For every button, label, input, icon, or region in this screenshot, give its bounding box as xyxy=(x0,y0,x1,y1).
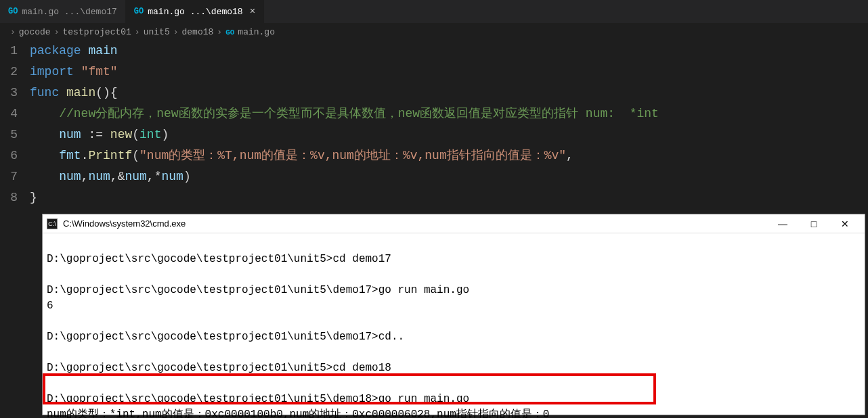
line-number: 5 xyxy=(0,124,18,145)
tab-bar: GOmain.go ...\demo17GOmain.go ...\demo18… xyxy=(0,0,868,24)
code-editor[interactable]: 12345678 package mainimport "fmt"func ma… xyxy=(0,41,868,208)
breadcrumb-item[interactable]: gocode xyxy=(19,27,51,37)
line-number: 1 xyxy=(0,41,18,62)
go-icon: GO xyxy=(134,7,144,16)
go-icon: GO xyxy=(8,7,18,16)
tab-1[interactable]: GOmain.go ...\demo18× xyxy=(126,0,264,23)
chevron-right-icon: › xyxy=(10,27,16,37)
terminal-line: num的类型：*int,num的值是：0xc0000100b0,num的地址：0… xyxy=(47,407,861,418)
breadcrumb-item[interactable]: testproject01 xyxy=(62,27,131,37)
terminal-window[interactable]: C:\ C:\Windows\system32\cmd.exe — □ ✕ D:… xyxy=(42,214,865,415)
terminal-title: C:\Windows\system32\cmd.exe xyxy=(63,218,186,229)
code-line[interactable]: import "fmt" xyxy=(30,62,868,83)
breadcrumb-item[interactable]: unit5 xyxy=(144,27,170,37)
terminal-line: D:\goproject\src\gocode\testproject01\un… xyxy=(47,252,861,267)
terminal-line: 6 xyxy=(47,298,861,314)
close-icon[interactable]: × xyxy=(250,6,255,17)
maximize-button[interactable]: □ xyxy=(798,214,829,233)
code-area[interactable]: package mainimport "fmt"func main(){ //n… xyxy=(30,41,868,208)
terminal-line xyxy=(47,236,861,252)
code-line[interactable]: } xyxy=(30,187,868,208)
terminal-body[interactable]: D:\goproject\src\gocode\testproject01\un… xyxy=(43,233,865,418)
terminal-line xyxy=(47,314,861,329)
terminal-line: D:\goproject\src\gocode\testproject01\un… xyxy=(47,392,861,407)
code-line[interactable]: num := new(int) xyxy=(30,124,868,145)
code-line[interactable]: fmt.Printf("num的类型：%T,num的值是：%v,num的地址：%… xyxy=(30,145,868,166)
close-button[interactable]: ✕ xyxy=(829,214,861,233)
terminal-line: D:\goproject\src\gocode\testproject01\un… xyxy=(47,283,861,298)
code-line[interactable]: package main xyxy=(30,41,868,62)
breadcrumb-item[interactable]: demo18 xyxy=(182,27,214,37)
line-number: 7 xyxy=(0,166,18,187)
line-number: 6 xyxy=(0,145,18,166)
terminal-titlebar[interactable]: C:\ C:\Windows\system32\cmd.exe — □ ✕ xyxy=(43,214,865,233)
cmd-icon: C:\ xyxy=(47,218,58,229)
terminal-line: D:\goproject\src\gocode\testproject01\un… xyxy=(47,361,861,376)
terminal-line xyxy=(47,267,861,283)
code-line[interactable]: num,num,&num,*num) xyxy=(30,166,868,187)
chevron-right-icon: › xyxy=(135,27,140,37)
terminal-line xyxy=(47,376,861,392)
chevron-right-icon: › xyxy=(54,27,60,37)
terminal-line xyxy=(47,345,861,361)
code-line[interactable]: //new分配内存，new函数的实参是一个类型而不是具体数值，new函数返回值是… xyxy=(30,103,868,124)
tab-0[interactable]: GOmain.go ...\demo17 xyxy=(0,0,126,23)
code-line[interactable]: func main(){ xyxy=(30,83,868,103)
breadcrumb: ›gocode›testproject01›unit5›demo18›GOmai… xyxy=(0,24,868,41)
go-icon: GO xyxy=(225,28,234,37)
tab-label: main.go ...\demo17 xyxy=(22,7,116,17)
chevron-right-icon: › xyxy=(173,27,179,37)
line-number: 8 xyxy=(0,187,18,208)
line-number: 2 xyxy=(0,62,18,83)
line-number: 3 xyxy=(0,83,18,103)
line-gutter: 12345678 xyxy=(0,41,30,208)
line-number: 4 xyxy=(0,103,18,124)
tab-label: main.go ...\demo18 xyxy=(148,7,242,17)
minimize-button[interactable]: — xyxy=(767,214,798,233)
terminal-line: D:\goproject\src\gocode\testproject01\un… xyxy=(47,329,861,345)
chevron-right-icon: › xyxy=(217,27,222,37)
breadcrumb-file[interactable]: main.go xyxy=(238,27,275,37)
